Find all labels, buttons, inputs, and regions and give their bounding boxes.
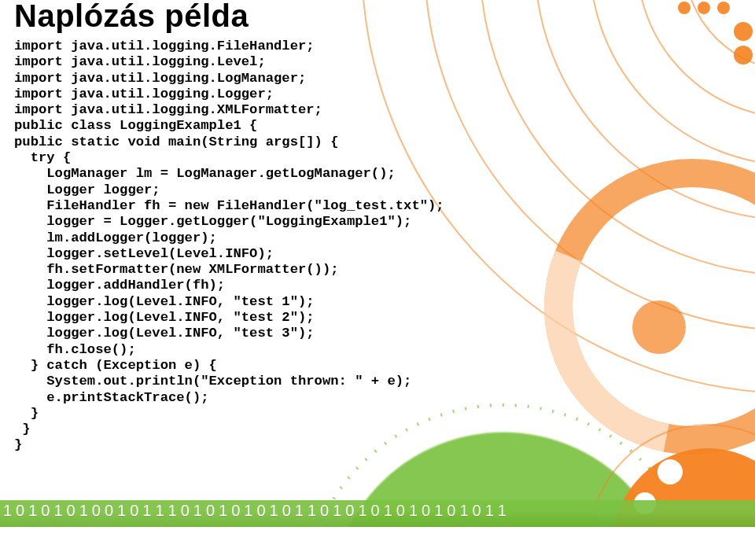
slide-content: Naplózás példa import java.util.logging.… bbox=[0, 0, 755, 454]
code-block: import java.util.logging.FileHandler; im… bbox=[14, 39, 741, 454]
svg-point-21 bbox=[657, 459, 683, 484]
page-title: Naplózás példa bbox=[14, 0, 741, 34]
binary-digits-bar: 1010101001011101010101011010101010101011 bbox=[0, 500, 755, 527]
footer: 1010101001011101010101011010101010101011 bbox=[0, 500, 755, 560]
footer-below-bar bbox=[0, 527, 755, 560]
